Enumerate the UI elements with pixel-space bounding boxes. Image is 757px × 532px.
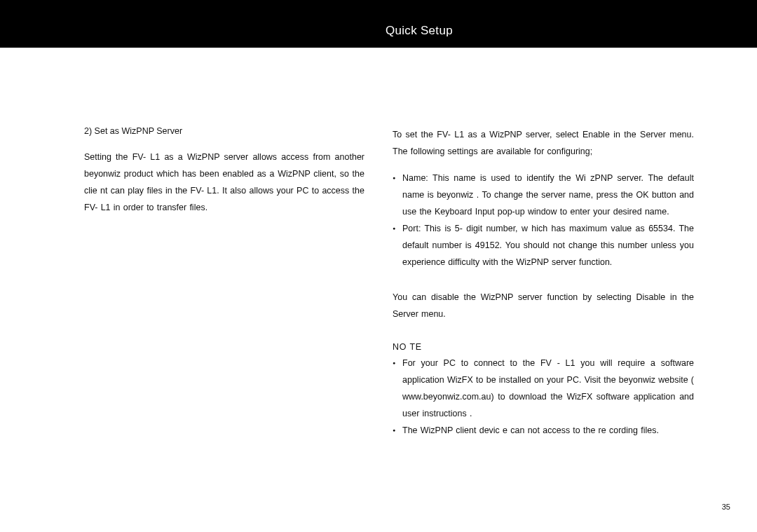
content-area: 2) Set as WizPNP Server Setting the FV- … (0, 48, 757, 449)
list-item: The WizPNP client devic e can not access… (393, 422, 694, 439)
left-paragraph: Setting the FV- L1 as a WizPNP server al… (84, 149, 364, 216)
note-label: NO TE (393, 342, 694, 352)
header-band: Quick Setup (0, 0, 757, 48)
subheading: 2) Set as WizPNP Server (84, 126, 364, 136)
config-bullet-list: Name: This name is used to identify the … (393, 170, 694, 271)
list-item: Name: This name is used to identify the … (393, 170, 694, 220)
right-intro-paragraph: To set the FV- L1 as a WizPNP server, se… (393, 126, 694, 160)
disable-paragraph: You can disable the WizPNP server functi… (393, 289, 694, 322)
page-number: 35 (722, 503, 730, 511)
list-item: For your PC to connect to the FV - L1 yo… (393, 355, 694, 422)
page-header-title: Quick Setup (386, 24, 757, 38)
right-column: To set the FV- L1 as a WizPNP server, se… (393, 126, 694, 449)
left-column: 2) Set as WizPNP Server Setting the FV- … (84, 126, 364, 449)
list-item: Port: This is 5- digit number, w hich ha… (393, 220, 694, 271)
note-bullet-list: For your PC to connect to the FV - L1 yo… (393, 355, 694, 439)
